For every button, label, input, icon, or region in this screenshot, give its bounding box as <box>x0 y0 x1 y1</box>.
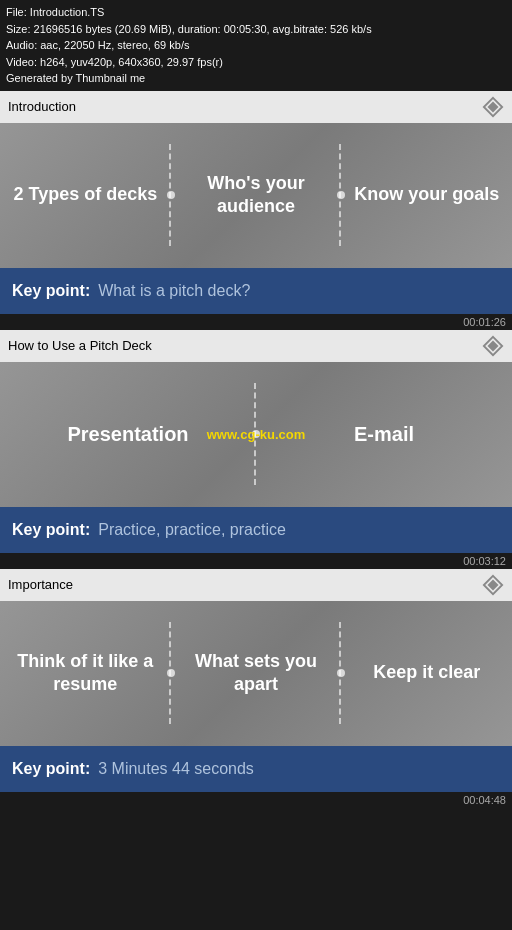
thumb-grid-introduction: 2 Types of decks Who's your audience Kno… <box>0 123 512 268</box>
file-info-line3: Audio: aac, 22050 Hz, stereo, 69 kb/s <box>6 37 506 54</box>
thumb-grid-importance: Think of it like a resume What sets you … <box>0 601 512 746</box>
section-title-importance: Importance <box>8 577 73 592</box>
key-point-text-1: Practice, practice, practice <box>98 521 286 539</box>
thumb-section-importance: Think of it like a resume What sets you … <box>0 601 512 746</box>
section-label-introduction: Introduction <box>0 91 512 123</box>
key-point-bar-how-to-use: Key point: Practice, practice, practice <box>0 507 512 553</box>
thumb-grid-how-to-use: Presentation E-mail <box>0 362 512 507</box>
diamond-icon-3 <box>482 574 504 596</box>
key-point-bar-introduction: Key point: What is a pitch deck? <box>0 268 512 314</box>
section-importance: Importance Think of it like a resume Wha… <box>0 569 512 808</box>
key-point-text-0: What is a pitch deck? <box>98 282 250 300</box>
section-how-to-use: How to Use a Pitch Deck Presentation E-m… <box>0 330 512 569</box>
thumb-section-how-to-use: Presentation E-mail www.cg-ku.com <box>0 362 512 507</box>
divider-dot-3 <box>252 430 260 438</box>
divider-dot-1 <box>167 191 175 199</box>
section-introduction: Introduction 2 Types of decks Who's your… <box>0 91 512 330</box>
file-info-line5: Generated by Thumbnail me <box>6 70 506 87</box>
diamond-icon-2 <box>482 335 504 357</box>
file-info-line4: Video: h264, yuv420p, 640x360, 29.97 fps… <box>6 54 506 71</box>
section-title-introduction: Introduction <box>8 99 76 114</box>
svg-marker-3 <box>488 340 499 351</box>
timestamp-2: 00:04:48 <box>0 792 512 808</box>
divider-dot-2 <box>337 191 345 199</box>
key-point-label-0: Key point: <box>12 282 90 300</box>
thumb-cell-1-1: E-mail <box>256 362 512 507</box>
file-info: File: Introduction.TS Size: 21696516 byt… <box>0 0 512 91</box>
key-point-label-2: Key point: <box>12 760 90 778</box>
thumb-cell-2-0: Think of it like a resume <box>0 601 171 746</box>
key-point-text-2: 3 Minutes 44 seconds <box>98 760 254 778</box>
thumb-cell-2-2: Keep it clear <box>341 601 512 746</box>
diamond-icon-1 <box>482 96 504 118</box>
key-point-bar-importance: Key point: 3 Minutes 44 seconds <box>0 746 512 792</box>
section-label-how-to-use: How to Use a Pitch Deck <box>0 330 512 362</box>
thumb-cell-0-1: Who's your audience <box>171 123 342 268</box>
svg-marker-1 <box>488 101 499 112</box>
section-label-importance: Importance <box>0 569 512 601</box>
divider-dot-5 <box>337 669 345 677</box>
section-title-how-to-use: How to Use a Pitch Deck <box>8 338 152 353</box>
thumb-cell-2-1: What sets you apart <box>171 601 342 746</box>
divider-dot-4 <box>167 669 175 677</box>
svg-marker-5 <box>488 579 499 590</box>
thumb-cell-1-0: Presentation <box>0 362 256 507</box>
timestamp-1: 00:03:12 <box>0 553 512 569</box>
thumb-cell-0-2: Know your goals <box>341 123 512 268</box>
thumb-section-introduction: 2 Types of decks Who's your audience Kno… <box>0 123 512 268</box>
file-info-line2: Size: 21696516 bytes (20.69 MiB), durati… <box>6 21 506 38</box>
thumb-cell-0-0: 2 Types of decks <box>0 123 171 268</box>
key-point-label-1: Key point: <box>12 521 90 539</box>
file-info-line1: File: Introduction.TS <box>6 4 506 21</box>
timestamp-0: 00:01:26 <box>0 314 512 330</box>
